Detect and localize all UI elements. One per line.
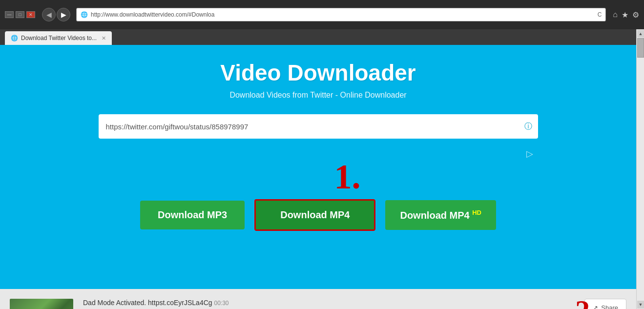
window-controls: — □ ✕ (5, 11, 35, 18)
page-area: Video Downloader Download Videos from Tw… (0, 45, 636, 309)
play-icon: ▷ (526, 149, 533, 159)
address-text: http://www.downloadtwittervideo.com/#Dow… (91, 11, 596, 18)
url-input[interactable] (99, 114, 538, 139)
back-button[interactable]: ◀ (42, 8, 56, 21)
browser-actions: ⌂ ★ ⚙ (613, 10, 639, 20)
result-section: Dad Mode Activated. httpst.coEyrJSLa4Cg … (0, 289, 636, 309)
result-title: Dad Mode Activated. httpst.coEyrJSLa4Cg … (83, 299, 575, 307)
settings-icon[interactable]: ⚙ (632, 10, 639, 20)
download-button-row: Download MP3 Download MP4 Download MP4 H… (10, 199, 626, 231)
minimize-button[interactable]: — (5, 11, 14, 18)
info-icon[interactable]: ⓘ (524, 122, 532, 132)
page-title: Video Downloader (10, 60, 626, 86)
page-subtitle: Download Videos from Twitter - Online Do… (10, 91, 626, 100)
scrollbar-thumb[interactable] (637, 38, 644, 58)
favorites-icon[interactable]: ★ (622, 10, 628, 20)
scrollbar: ▲ ▼ (636, 29, 644, 309)
step2-label: 2. (575, 294, 597, 309)
hero-section: Video Downloader Download Videos from Tw… (0, 45, 636, 289)
download-mp4-button[interactable]: Download MP4 (254, 199, 375, 231)
address-icon: 🌐 (81, 11, 88, 18)
play-area: ▷ (99, 148, 538, 159)
share-label: Share (601, 304, 618, 309)
result-duration: 00:30 (214, 300, 229, 307)
video-thumbnail (10, 299, 73, 309)
active-tab[interactable]: 🌐 Download Twitter Videos to... ✕ (5, 31, 112, 45)
step1-label: 1. (39, 159, 636, 194)
refresh-icon[interactable]: C (598, 11, 602, 18)
address-bar[interactable]: 🌐 http://www.downloadtwittervideo.com/#D… (76, 8, 606, 21)
scroll-down-arrow[interactable]: ▼ (637, 301, 644, 309)
scroll-up-arrow[interactable]: ▲ (637, 30, 644, 38)
browser-chrome: — □ ✕ ◀ ▶ 🌐 http://www.downloadtwittervi… (0, 0, 644, 29)
close-button[interactable]: ✕ (26, 11, 35, 18)
download-mp3-button[interactable]: Download MP3 (140, 201, 245, 229)
url-input-wrapper: ⓘ (99, 114, 538, 139)
download-mp4hd-button[interactable]: Download MP4 HD (385, 200, 496, 230)
tab-favicon: 🌐 (11, 35, 18, 41)
home-icon[interactable]: ⌂ (613, 10, 618, 20)
tab-label: Download Twitter Videos to... (21, 35, 97, 41)
tab-bar: 🌐 Download Twitter Videos to... ✕ (0, 29, 644, 45)
result-info: Dad Mode Activated. httpst.coEyrJSLa4Cg … (83, 299, 575, 309)
nav-buttons: ◀ ▶ (42, 8, 70, 21)
forward-button[interactable]: ▶ (57, 8, 70, 21)
hd-label: HD (472, 209, 481, 216)
restore-button[interactable]: □ (16, 11, 24, 18)
tab-close-icon[interactable]: ✕ (102, 35, 106, 41)
